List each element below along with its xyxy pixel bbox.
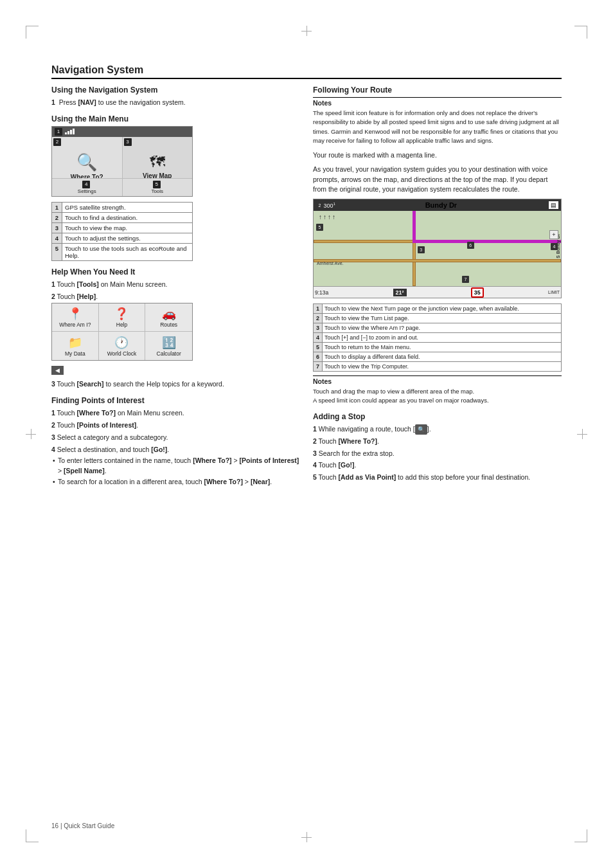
zoom-plus[interactable]: + bbox=[549, 230, 558, 239]
table-row: 3Touch to view the map. bbox=[52, 222, 193, 233]
speed-box: 21² bbox=[393, 289, 407, 296]
map-terrain bbox=[314, 211, 561, 286]
route-map-image: 1 ▲ 3001 Bundy Dr 2 ▤ ↑ bbox=[313, 199, 562, 298]
tools-label: Tools bbox=[151, 188, 163, 194]
page-title: Navigation System bbox=[51, 64, 143, 75]
tool-routes: 🚗 Routes bbox=[145, 303, 192, 332]
tool-where-am-i: 📍 Where Am I? bbox=[52, 303, 99, 332]
notes-text-2a: Touch and drag the map to view a differe… bbox=[313, 387, 562, 396]
main-menu-section: Using the Main Menu 1 bbox=[51, 114, 300, 261]
poi-section: Finding Points of Interest 1 Touch [Wher… bbox=[51, 396, 300, 487]
tools-grid: 📍 Where Am I? ❓ Help 🚗 Routes 📁 bbox=[52, 303, 192, 360]
arrow2: ↑ bbox=[323, 213, 326, 221]
map-badge-4: 4 bbox=[551, 243, 558, 250]
map-street-name: Bundy Dr bbox=[335, 201, 547, 209]
row-text: Touch to view the Where Am I? page. bbox=[323, 323, 562, 333]
arrow1: ↑ bbox=[319, 213, 322, 221]
row-text: Touch to return to the Main menu. bbox=[323, 343, 562, 352]
nav-icon: 🔍 bbox=[415, 424, 427, 435]
using-nav-title: Using the Navigation System bbox=[51, 86, 300, 95]
table-row: 3Touch to view the Where Am I? page. bbox=[314, 323, 562, 333]
bar3 bbox=[70, 130, 72, 134]
using-nav-section: Using the Navigation System 1 Press [NAV… bbox=[51, 86, 300, 108]
badge-3: 3 bbox=[124, 138, 132, 146]
main-menu-topbar: 1 bbox=[52, 127, 192, 137]
row-number: 1 bbox=[314, 304, 323, 314]
corner-mark-br bbox=[574, 829, 587, 842]
tools-section: 5 Tools bbox=[123, 179, 193, 196]
row-text: Touch [+] and [−] to zoom in and out. bbox=[323, 333, 562, 343]
notes-box-1: Notes The speed limit icon feature is fo… bbox=[313, 97, 562, 145]
help-step1: 1 Touch [Tools] on Main Menu screen. bbox=[51, 279, 300, 290]
table-row: 4Touch [+] and [−] to zoom in and out. bbox=[314, 333, 562, 343]
adding-stop-title: Adding a Stop bbox=[313, 412, 562, 421]
row-number: 3 bbox=[52, 222, 62, 233]
route-line-v bbox=[413, 211, 416, 240]
row-number: 2 bbox=[314, 314, 323, 323]
corner-mark-bl bbox=[26, 829, 39, 842]
badge-1: 1 bbox=[55, 128, 62, 136]
row-number: 4 bbox=[314, 333, 323, 343]
notes-text-2b: A speed limit icon could appear as you t… bbox=[313, 396, 562, 405]
help-section: Help When You Need It 1 Touch [Tools] on… bbox=[51, 267, 300, 390]
table-row: 2Touch to view the Turn List page. bbox=[314, 314, 562, 323]
main-menu-title: Using the Main Menu bbox=[51, 114, 300, 123]
poi-step4: 4 Select a destination, and touch [Go!]. bbox=[51, 444, 300, 455]
poi-title: Finding Points of Interest bbox=[51, 396, 300, 405]
row-text: Touch to view the Trip Computer. bbox=[323, 362, 562, 372]
step-text: Press [NAV] to use the navigation system… bbox=[59, 98, 186, 106]
row-number: 5 bbox=[314, 343, 323, 352]
row-text: Touch to use the tools such as ecoRoute … bbox=[62, 243, 193, 260]
table-row: 1GPS satellite strength. bbox=[52, 202, 193, 212]
add-step1: 1 While navigating a route, touch [🔍]. bbox=[313, 424, 562, 435]
route-body1: Your route is marked with a magenta line… bbox=[313, 150, 562, 161]
row-text: Touch to view the Turn List page. bbox=[323, 314, 562, 323]
arrow3: ↑ bbox=[328, 213, 331, 221]
using-nav-step1: 1 Press [NAV] to use the navigation syst… bbox=[51, 97, 300, 108]
back-button-area: ◀ bbox=[51, 366, 300, 375]
row-number: 3 bbox=[314, 323, 323, 333]
route-line-h bbox=[413, 240, 561, 243]
page-title-bar: Navigation System bbox=[51, 64, 562, 79]
right-column: Following Your Route Notes The speed lim… bbox=[313, 86, 562, 494]
speed-limit-box: 35 bbox=[471, 287, 484, 298]
map-page-icon: ▤ bbox=[549, 201, 558, 209]
add-step4: 4 Touch [Go!]. bbox=[313, 460, 562, 471]
footer-text: 16 | Quick Start Guide bbox=[51, 822, 114, 829]
back-button[interactable]: ◀ bbox=[51, 366, 64, 375]
crosshair-left bbox=[26, 429, 36, 439]
route-body2: As you travel, your navigation system gu… bbox=[313, 165, 562, 195]
settings-section: 4 Settings bbox=[52, 179, 123, 196]
tool-calculator: 🔢 Calculator bbox=[145, 332, 192, 360]
where-am-i-icon: 📍 bbox=[68, 307, 82, 321]
help-step2: 2 Touch [Help]. bbox=[51, 291, 300, 302]
arrow4: ↑ bbox=[332, 213, 335, 221]
table-row: 1Touch to view the Next Turn page or the… bbox=[314, 304, 562, 314]
row-text: Touch to find a destination. bbox=[62, 212, 193, 222]
tool-world-clock: 🕐 World Clock bbox=[99, 332, 146, 360]
bottom-row: 4 Settings 5 Tools bbox=[52, 178, 192, 196]
poi-bullet2: To search for a location in a different … bbox=[51, 477, 300, 487]
corner-mark-tl bbox=[26, 26, 39, 39]
road-h2 bbox=[314, 259, 561, 262]
badge-2: 2 bbox=[53, 138, 61, 146]
main-menu-table: 1GPS satellite strength.2Touch to find a… bbox=[51, 202, 193, 261]
help-title: Help When You Need It bbox=[51, 267, 300, 276]
signal-bars bbox=[65, 129, 75, 134]
notes-text-1: The speed limit icon feature is for info… bbox=[313, 109, 562, 145]
row-number: 6 bbox=[314, 352, 323, 362]
step-number: 1 bbox=[51, 98, 57, 106]
view-map-icon: 🗺 bbox=[150, 153, 165, 171]
page-content: Navigation System Using the Navigation S… bbox=[51, 64, 562, 804]
row-number: 2 bbox=[52, 212, 62, 222]
my-data-label: My Data bbox=[65, 350, 85, 357]
bar1 bbox=[65, 132, 67, 134]
map-badge-7: 7 bbox=[462, 276, 469, 283]
row-text: Touch to view the map. bbox=[62, 222, 193, 233]
main-menu-image: 1 2 🔍 Where bbox=[51, 126, 193, 197]
two-col-layout: Using the Navigation System 1 Press [NAV… bbox=[51, 86, 562, 494]
world-clock-label: World Clock bbox=[107, 350, 137, 357]
following-title: Following Your Route bbox=[313, 86, 562, 95]
map-badge-5: 5 bbox=[316, 224, 323, 231]
notes-title-2: Notes bbox=[313, 377, 562, 385]
